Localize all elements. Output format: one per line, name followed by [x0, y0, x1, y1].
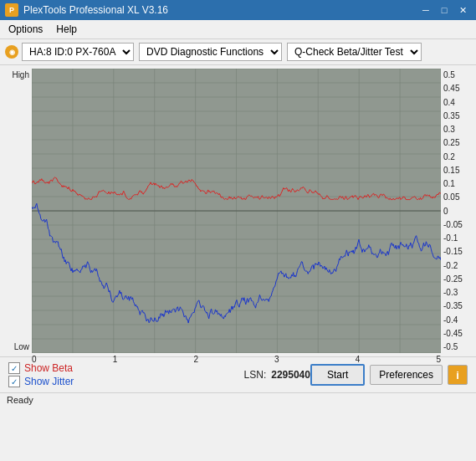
window-title: PlexTools Professional XL V3.16: [23, 4, 168, 16]
show-jitter-label: Show Jitter: [24, 376, 74, 387]
show-beta-checkbox[interactable]: ✓: [8, 362, 20, 374]
status-text: Ready: [7, 395, 33, 405]
chart-inner: [32, 69, 441, 353]
y-axis-left-top: High: [5, 70, 29, 79]
function-select[interactable]: DVD Diagnostic Functions: [139, 43, 282, 61]
test-select[interactable]: Q-Check Beta/Jitter Test: [287, 43, 422, 61]
lsn-value: 2295040: [271, 369, 310, 381]
menu-options[interactable]: Options: [3, 22, 48, 37]
show-jitter-checkbox[interactable]: ✓: [8, 376, 20, 387]
show-jitter-row: ✓ Show Jitter: [8, 376, 228, 387]
title-bar-controls: ─ □ ✕: [417, 3, 471, 17]
status-bar: Ready: [0, 392, 476, 407]
device-select[interactable]: HA:8 ID:0 PX-760A: [22, 43, 134, 61]
minimize-button[interactable]: ─: [417, 3, 434, 17]
toolbar: ◉ HA:8 ID:0 PX-760A DVD Diagnostic Funct…: [0, 39, 476, 65]
y-axis-left-bottom: Low: [5, 342, 29, 351]
info-button[interactable]: i: [448, 365, 468, 385]
start-button[interactable]: Start: [310, 364, 365, 386]
preferences-button[interactable]: Preferences: [370, 365, 443, 385]
menu-bar: Options Help: [0, 20, 476, 39]
title-bar: P PlexTools Professional XL V3.16 ─ □ ✕: [0, 0, 476, 20]
btn-area: Start Preferences i: [310, 364, 468, 386]
x-axis: 0 1 2 3 4 5: [32, 353, 441, 366]
device-selector-area: ◉ HA:8 ID:0 PX-760A: [5, 43, 134, 61]
lsn-area: LSN: 2295040: [244, 369, 310, 381]
checkboxes: ✓ Show Beta ✓ Show Jitter: [8, 362, 228, 387]
app-icon: P: [5, 3, 18, 17]
menu-help[interactable]: Help: [51, 22, 82, 37]
title-bar-left: P PlexTools Professional XL V3.16: [5, 3, 168, 17]
chart-container: High Low 0.5 0.45 0.4 0.35 0.3 0.25 0.2 …: [5, 69, 471, 353]
maximize-button[interactable]: □: [436, 3, 453, 17]
lsn-label: LSN:: [244, 369, 267, 381]
chart-wrapper: High Low 0.5 0.45 0.4 0.35 0.3 0.25 0.2 …: [5, 69, 471, 353]
y-axis-left: High Low: [5, 69, 32, 353]
device-icon: ◉: [5, 45, 18, 59]
close-button[interactable]: ✕: [454, 3, 471, 17]
chart-canvas: [32, 69, 441, 353]
y-axis-right: 0.5 0.45 0.4 0.35 0.3 0.25 0.2 0.15 0.1 …: [441, 69, 471, 353]
